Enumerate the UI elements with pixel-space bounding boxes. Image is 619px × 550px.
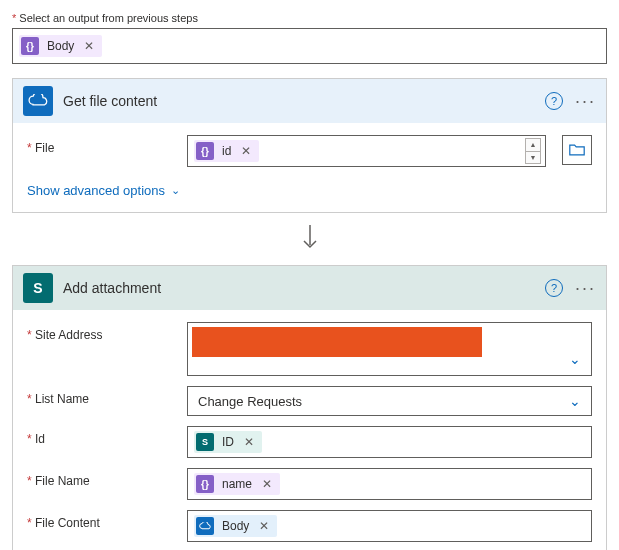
number-stepper[interactable]: ▲ ▼ — [525, 138, 541, 164]
file-label: * File — [27, 135, 177, 155]
chevron-down-icon[interactable]: ⌄ — [569, 351, 581, 367]
more-menu-icon[interactable]: ··· — [575, 278, 596, 299]
list-name-field[interactable]: Change Requests ⌄ — [187, 386, 592, 416]
card-title: Add attachment — [63, 280, 535, 296]
file-content-field[interactable]: Body ✕ — [187, 510, 592, 542]
token-id-sp[interactable]: S ID ✕ — [194, 431, 262, 453]
file-field[interactable]: {} id ✕ ▲ ▼ — [187, 135, 546, 167]
chevron-down-icon: ⌄ — [171, 184, 180, 197]
remove-token-icon[interactable]: ✕ — [239, 144, 253, 158]
show-advanced-options-link[interactable]: Show advanced options ⌄ — [27, 183, 180, 198]
remove-token-icon[interactable]: ✕ — [257, 519, 271, 533]
onedrive-icon — [23, 86, 53, 116]
select-output-field[interactable]: {} Body ✕ — [12, 28, 607, 64]
card-header: Get file content ? ··· — [13, 79, 606, 123]
get-file-content-card: Get file content ? ··· * File {} id ✕ ▲ … — [12, 78, 607, 213]
token-text: ID — [218, 435, 238, 449]
site-address-field[interactable]: ⌄ — [187, 322, 592, 376]
list-name-label: * List Name — [27, 386, 177, 406]
token-body[interactable]: {} Body ✕ — [19, 35, 102, 57]
sharepoint-token-icon: S — [196, 433, 214, 451]
braces-icon: {} — [21, 37, 39, 55]
braces-icon: {} — [196, 142, 214, 160]
redacted-value — [192, 327, 482, 357]
stepper-up-icon[interactable]: ▲ — [526, 139, 540, 152]
list-name-value: Change Requests — [192, 394, 302, 409]
more-menu-icon[interactable]: ··· — [575, 91, 596, 112]
help-icon[interactable]: ? — [545, 279, 563, 297]
remove-token-icon[interactable]: ✕ — [242, 435, 256, 449]
select-output-label: * Select an output from previous steps — [12, 12, 607, 24]
braces-icon: {} — [196, 475, 214, 493]
file-content-label: * File Content — [27, 510, 177, 530]
cloud-icon — [196, 517, 214, 535]
file-name-label: * File Name — [27, 468, 177, 488]
token-body-od[interactable]: Body ✕ — [194, 515, 277, 537]
token-text: Body — [43, 39, 78, 53]
card-header: S Add attachment ? ··· — [13, 266, 606, 310]
remove-token-icon[interactable]: ✕ — [260, 477, 274, 491]
add-attachment-card: S Add attachment ? ··· * Site Address ⌄ … — [12, 265, 607, 550]
chevron-down-icon[interactable]: ⌄ — [569, 393, 581, 409]
card-title: Get file content — [63, 93, 535, 109]
sharepoint-icon: S — [23, 273, 53, 303]
token-text: id — [218, 144, 235, 158]
help-icon[interactable]: ? — [545, 92, 563, 110]
file-name-field[interactable]: {} name ✕ — [187, 468, 592, 500]
id-field[interactable]: S ID ✕ — [187, 426, 592, 458]
id-label: * Id — [27, 426, 177, 446]
flow-arrow-icon — [12, 223, 607, 251]
browse-folder-button[interactable] — [562, 135, 592, 165]
token-name[interactable]: {} name ✕ — [194, 473, 280, 495]
token-text: name — [218, 477, 256, 491]
remove-token-icon[interactable]: ✕ — [82, 39, 96, 53]
site-address-label: * Site Address — [27, 322, 177, 342]
token-text: Body — [218, 519, 253, 533]
stepper-down-icon[interactable]: ▼ — [526, 152, 540, 164]
token-id[interactable]: {} id ✕ — [194, 140, 259, 162]
